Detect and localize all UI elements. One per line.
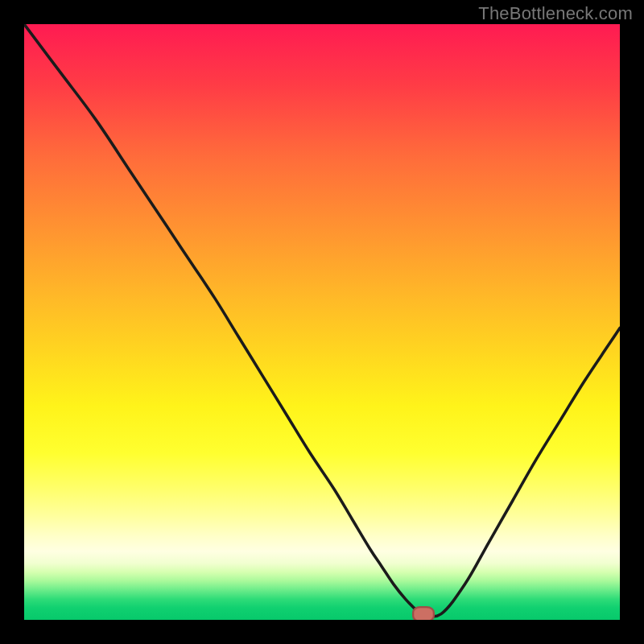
bottleneck-curve	[24, 24, 620, 617]
optimum-marker	[412, 606, 435, 620]
plot-area	[24, 24, 620, 620]
watermark-text: TheBottleneck.com	[478, 3, 633, 24]
chart-frame: TheBottleneck.com	[0, 0, 644, 644]
curve-svg	[24, 24, 620, 620]
